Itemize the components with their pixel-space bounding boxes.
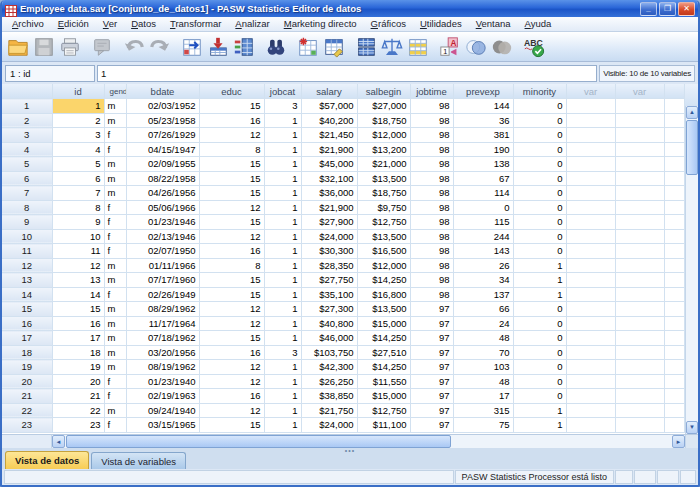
- cell-prevexp[interactable]: 143: [453, 244, 513, 259]
- cell-salary[interactable]: $57,000: [301, 99, 357, 114]
- cell-id[interactable]: 20: [52, 374, 104, 389]
- cell-var2[interactable]: [615, 374, 664, 389]
- cell-jobcat[interactable]: 1: [264, 229, 301, 244]
- find-icon[interactable]: [263, 34, 289, 60]
- cell-salbegin[interactable]: $9,750: [357, 200, 410, 215]
- cell-var2[interactable]: [615, 418, 664, 433]
- cell-bdate[interactable]: 08/22/1958: [126, 171, 199, 186]
- cell-salary[interactable]: $27,300: [301, 302, 357, 317]
- cell-salbegin[interactable]: $12,000: [357, 258, 410, 273]
- menu-ventana[interactable]: Ventana: [470, 17, 517, 31]
- cell-jobcat[interactable]: 1: [264, 273, 301, 288]
- cell-id[interactable]: 11: [52, 244, 104, 259]
- cell-jobcat[interactable]: 3: [264, 345, 301, 360]
- cell-bdate[interactable]: 11/17/1964: [126, 316, 199, 331]
- row-number[interactable]: 12: [2, 258, 52, 273]
- cell-var1[interactable]: [566, 215, 615, 230]
- cell-jobtime[interactable]: 98: [410, 287, 453, 302]
- cell-minority[interactable]: 1: [513, 273, 566, 288]
- cell-educ[interactable]: 12: [199, 316, 264, 331]
- cell-jobtime[interactable]: 98: [410, 258, 453, 273]
- cell-salary[interactable]: $32,100: [301, 171, 357, 186]
- cell-bdate[interactable]: 05/23/1958: [126, 113, 199, 128]
- column-header-var2[interactable]: var: [615, 84, 664, 99]
- cell-salary[interactable]: $42,300: [301, 360, 357, 375]
- minimize-button[interactable]: _: [640, 2, 657, 16]
- cell-jobcat[interactable]: 1: [264, 142, 301, 157]
- cell-salbegin[interactable]: $11,550: [357, 374, 410, 389]
- cell-minority[interactable]: 0: [513, 389, 566, 404]
- cell-educ[interactable]: 12: [199, 403, 264, 418]
- cell-salary[interactable]: $21,900: [301, 200, 357, 215]
- menu-transformar[interactable]: Transformar: [164, 17, 227, 31]
- cell-jobcat[interactable]: 1: [264, 316, 301, 331]
- menu-datos[interactable]: Datos: [125, 17, 162, 31]
- cell-jobtime[interactable]: 98: [410, 229, 453, 244]
- cell-minority[interactable]: 0: [513, 157, 566, 172]
- cell-jobcat[interactable]: 1: [264, 302, 301, 317]
- cell-minority[interactable]: 0: [513, 345, 566, 360]
- cell-id[interactable]: 10: [52, 229, 104, 244]
- cell-salbegin[interactable]: $13,500: [357, 229, 410, 244]
- cell-var1[interactable]: [566, 258, 615, 273]
- menu-ver[interactable]: Ver: [97, 17, 123, 31]
- row-number[interactable]: 6: [2, 171, 52, 186]
- cell-educ[interactable]: 12: [199, 128, 264, 143]
- cell-var2[interactable]: [615, 273, 664, 288]
- cell-salbegin[interactable]: $15,000: [357, 316, 410, 331]
- row-number[interactable]: 17: [2, 331, 52, 346]
- cell-salbegin[interactable]: $14,250: [357, 360, 410, 375]
- cell-educ[interactable]: 8: [199, 142, 264, 157]
- cell-jobcat[interactable]: 1: [264, 186, 301, 201]
- cell-bdate[interactable]: 02/07/1950: [126, 244, 199, 259]
- cell-var1[interactable]: [566, 157, 615, 172]
- cell-minority[interactable]: 0: [513, 360, 566, 375]
- cell-salary[interactable]: $103,750: [301, 345, 357, 360]
- cell-salary[interactable]: $27,750: [301, 273, 357, 288]
- cell-salary[interactable]: $21,900: [301, 142, 357, 157]
- row-number[interactable]: 9: [2, 215, 52, 230]
- cell-bdate[interactable]: 02/19/1963: [126, 389, 199, 404]
- cell-var2[interactable]: [615, 142, 664, 157]
- cell-minority[interactable]: 0: [513, 99, 566, 114]
- cell-jobcat[interactable]: 1: [264, 244, 301, 259]
- cell-id[interactable]: 8: [52, 200, 104, 215]
- weight-cases-icon[interactable]: [379, 34, 405, 60]
- cell-bdate[interactable]: 04/26/1956: [126, 186, 199, 201]
- cell-jobtime[interactable]: 97: [410, 345, 453, 360]
- cell-editor-input[interactable]: [97, 65, 597, 82]
- cell-gender[interactable]: f: [104, 200, 126, 215]
- cell-prevexp[interactable]: 315: [453, 403, 513, 418]
- cell-salary[interactable]: $30,300: [301, 244, 357, 259]
- cell-prevexp[interactable]: 48: [453, 374, 513, 389]
- row-number[interactable]: 23: [2, 418, 52, 433]
- cell-educ[interactable]: 15: [199, 331, 264, 346]
- select-cases-icon[interactable]: [405, 34, 431, 60]
- cell-bdate[interactable]: 07/17/1960: [126, 273, 199, 288]
- cell-var2[interactable]: [615, 99, 664, 114]
- cell-jobtime[interactable]: 98: [410, 142, 453, 157]
- cell-jobcat[interactable]: 1: [264, 418, 301, 433]
- cell-educ[interactable]: 15: [199, 215, 264, 230]
- cell-minority[interactable]: 0: [513, 142, 566, 157]
- cell-bdate[interactable]: 05/06/1966: [126, 200, 199, 215]
- cell-educ[interactable]: 16: [199, 113, 264, 128]
- cell-gender[interactable]: m: [104, 113, 126, 128]
- vertical-scrollbar[interactable]: ▲ ▼: [685, 106, 698, 434]
- cell-gender[interactable]: f: [104, 374, 126, 389]
- cell-gender[interactable]: f: [104, 142, 126, 157]
- row-number[interactable]: 19: [2, 360, 52, 375]
- cell-var1[interactable]: [566, 99, 615, 114]
- cell-educ[interactable]: 12: [199, 229, 264, 244]
- cell-var1[interactable]: [566, 171, 615, 186]
- cell-bdate[interactable]: 02/03/1952: [126, 99, 199, 114]
- cell-var2[interactable]: [615, 186, 664, 201]
- row-number[interactable]: 5: [2, 157, 52, 172]
- cell-salbegin[interactable]: $12,000: [357, 128, 410, 143]
- cell-salary[interactable]: $40,800: [301, 316, 357, 331]
- cell-jobcat[interactable]: 1: [264, 374, 301, 389]
- cell-salary[interactable]: $27,900: [301, 215, 357, 230]
- cell-minority[interactable]: 0: [513, 186, 566, 201]
- cell-jobcat[interactable]: 1: [264, 360, 301, 375]
- column-header-salbegin[interactable]: salbegin: [357, 84, 410, 99]
